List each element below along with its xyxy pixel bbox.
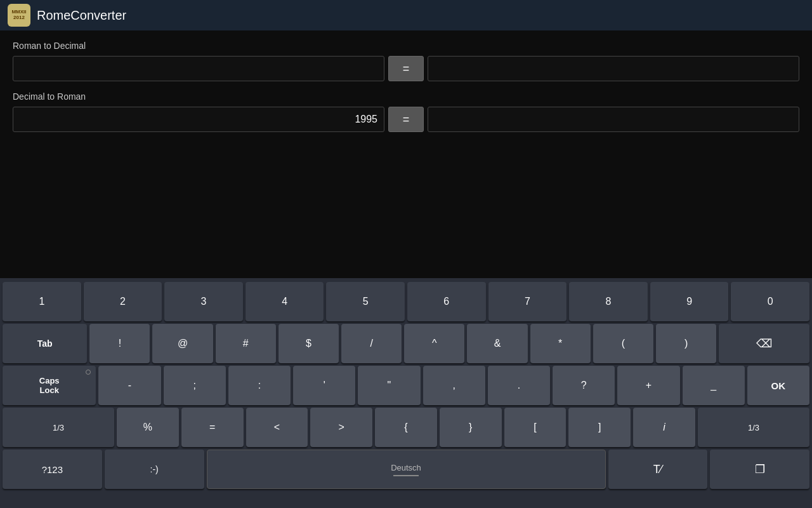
key-7[interactable]: 7	[488, 282, 567, 321]
key-0[interactable]: 0	[731, 282, 809, 321]
keyboard: 1 2 3 4 5 6 7 8 9 0 Tab ! @ # $ / ^ & * …	[0, 278, 812, 508]
key-tab[interactable]: Tab	[3, 324, 87, 363]
kb-row-numbers: 1 2 3 4 5 6 7 8 9 0	[3, 282, 809, 321]
title-bar: MMXII2012 RomeConverter	[0, 0, 812, 30]
key-1[interactable]: 1	[3, 282, 81, 321]
key-rparen[interactable]: )	[656, 324, 716, 363]
key-star[interactable]: *	[530, 324, 591, 363]
key-equals[interactable]: =	[181, 408, 244, 447]
decimal-input[interactable]	[13, 107, 384, 132]
key-9[interactable]: 9	[650, 282, 729, 321]
key-4[interactable]: 4	[246, 282, 324, 321]
key-capslock[interactable]: CapsLock	[3, 366, 96, 405]
app-title: RomeConverter	[37, 8, 126, 23]
key-lparen[interactable]: (	[593, 324, 653, 363]
key-comma[interactable]: ,	[423, 366, 485, 405]
key-space[interactable]: Deutsch	[207, 450, 606, 489]
key-text-edit[interactable]: T∕	[608, 450, 708, 489]
key-q123[interactable]: ?123	[3, 450, 102, 489]
key-i[interactable]: i	[633, 408, 695, 447]
roman-to-decimal-row: =	[13, 56, 799, 81]
key-hash[interactable]: #	[216, 324, 276, 363]
roman-output[interactable]	[428, 56, 799, 81]
main-content: Roman to Decimal = Decimal to Roman =	[0, 30, 812, 278]
key-colon[interactable]: :	[228, 366, 291, 405]
caps-indicator	[86, 370, 91, 375]
kb-row-caps: CapsLock - ; : ' " , . ? + _ OK	[3, 366, 809, 405]
app-icon: MMXII2012	[8, 4, 30, 27]
key-clipboard[interactable]: ❐	[710, 450, 809, 489]
key-6[interactable]: 6	[407, 282, 486, 321]
key-5[interactable]: 5	[326, 282, 405, 321]
key-2[interactable]: 2	[84, 282, 162, 321]
roman-input[interactable]	[13, 56, 384, 81]
decimal-to-roman-section: Decimal to Roman =	[13, 91, 799, 132]
key-caret[interactable]: ^	[404, 324, 464, 363]
space-label: Deutsch	[391, 463, 421, 476]
roman-to-decimal-label: Roman to Decimal	[13, 41, 799, 51]
key-minus[interactable]: -	[98, 366, 160, 405]
key-slash[interactable]: /	[341, 324, 402, 363]
key-exclaim[interactable]: !	[89, 324, 150, 363]
key-gt[interactable]: >	[310, 408, 372, 447]
decimal-equals-button[interactable]: =	[388, 107, 424, 132]
key-semicolon[interactable]: ;	[164, 366, 226, 405]
kb-row-misc: 1/3 % = < > { } [ ] i 1/3	[3, 408, 809, 447]
key-8[interactable]: 8	[569, 282, 648, 321]
key-lsquare[interactable]: [	[504, 408, 566, 447]
key-fraction-right[interactable]: 1/3	[698, 408, 809, 447]
key-backspace[interactable]: ⌫	[719, 324, 809, 363]
key-lt[interactable]: <	[246, 408, 308, 447]
key-fraction-left[interactable]: 1/3	[3, 408, 114, 447]
decimal-to-roman-row: =	[13, 107, 799, 132]
backspace-icon: ⌫	[756, 337, 772, 351]
kb-row-symbols: Tab ! @ # $ / ^ & * ( ) ⌫	[3, 324, 809, 363]
key-at[interactable]: @	[152, 324, 213, 363]
key-plus[interactable]: +	[617, 366, 679, 405]
key-underscore[interactable]: _	[683, 366, 745, 405]
key-amp[interactable]: &	[467, 324, 527, 363]
key-lcurly[interactable]: {	[375, 408, 437, 447]
key-smiley[interactable]: :-)	[105, 450, 204, 489]
decimal-output[interactable]	[428, 107, 799, 132]
key-rsquare[interactable]: ]	[568, 408, 631, 447]
key-apostrophe[interactable]: '	[293, 366, 355, 405]
key-quote[interactable]: "	[358, 366, 420, 405]
roman-equals-button[interactable]: =	[388, 56, 424, 81]
decimal-to-roman-label: Decimal to Roman	[13, 91, 799, 102]
key-rcurly[interactable]: }	[440, 408, 502, 447]
key-period[interactable]: .	[488, 366, 550, 405]
key-percent[interactable]: %	[117, 408, 179, 447]
key-ok[interactable]: OK	[747, 366, 809, 405]
key-question[interactable]: ?	[553, 366, 615, 405]
roman-to-decimal-section: Roman to Decimal =	[13, 41, 799, 81]
key-3[interactable]: 3	[164, 282, 243, 321]
kb-row-bottom: ?123 :-) Deutsch T∕ ❐	[3, 450, 809, 489]
key-dollar[interactable]: $	[278, 324, 339, 363]
